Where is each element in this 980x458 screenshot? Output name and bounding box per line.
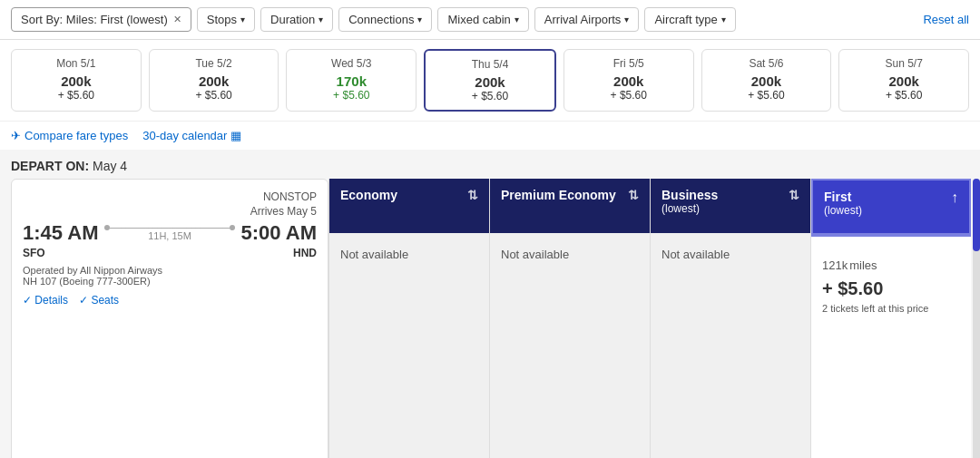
compare-label: Compare fare types [24,129,128,142]
date-miles: 200k [850,73,957,89]
first-body: 121kmiles + $5.60 2 tickets left at this… [811,237,971,458]
miles-unit: miles [849,258,877,272]
scrollbar-track[interactable] [973,179,980,458]
mixed-cabin-button[interactable]: Mixed cabin ▾ [437,7,528,32]
compare-fare-types-link[interactable]: ✈ Compare fare types [11,129,128,142]
arrival-airports-label: Arrival Airports [544,13,622,26]
details-chevron-icon: ✓ [23,294,32,307]
date-miles: 200k [161,73,268,89]
arrives-label: Arrives May 5 [23,205,317,218]
first-name: First (lowest) [824,190,862,217]
date-card-0[interactable]: Mon 5/1 200k + $5.60 [11,49,142,112]
calendar-icon: ▦ [230,129,241,142]
compare-icon: ✈ [11,129,21,142]
business-header: Business (lowest) ⇅ [651,179,810,233]
operator-name: Operated by All Nippon Airways [23,265,317,276]
premium-economy-body: Not available [490,233,650,458]
date-label: Mon 5/1 [23,57,130,70]
economy-body: Not available [329,233,489,458]
business-not-available: Not available [662,248,730,261]
duration-chevron-icon: ▾ [318,15,323,24]
economy-column: Economy ⇅ Not available [328,179,489,458]
details-label: Details [34,294,68,307]
depart-on-text: DEPART ON: [11,159,89,173]
business-column: Business (lowest) ⇅ Not available [650,179,810,458]
date-miles: 170k [298,73,405,89]
date-card-4[interactable]: Fri 5/5 200k + $5.60 [564,49,694,112]
flight-links: ✓ Details ✓ Seats [23,294,317,307]
date-price: + $5.60 [575,89,682,102]
sort-close-icon[interactable]: ✕ [173,14,181,25]
stops-button[interactable]: Stops ▾ [197,7,255,32]
date-card-6[interactable]: Sun 5/7 200k + $5.60 [838,49,969,112]
origin-code: SFO [23,247,45,259]
date-selector: Mon 5/1 200k + $5.60 Tue 5/2 200k + $5.6… [0,40,980,121]
first-class-label: First (O) [822,445,862,458]
filter-bar: Sort By: Miles: First (lowest) ✕ Stops ▾… [0,0,980,40]
details-link[interactable]: ✓ Details [23,294,68,307]
date-label: Thu 5/4 [436,58,544,71]
date-price: + $5.60 [298,89,405,102]
date-card-1[interactable]: Tue 5/2 200k + $5.60 [149,49,279,112]
aircraft-type-chevron-icon: ▾ [721,15,726,24]
first-column: First (lowest) ↑ 121kmiles + $5.60 2 tic… [810,179,971,458]
date-price: + $5.60 [850,89,957,102]
mixed-cabin-chevron-icon: ▾ [514,15,519,24]
stops-label: Stops [207,13,237,26]
seats-link[interactable]: ✓ Seats [79,294,119,307]
flight-number: NH 107 (Boeing 777-300ER) [23,276,317,287]
premium-economy-not-available: Not available [501,248,569,261]
mixed-cabin-label: Mixed cabin [447,13,510,26]
first-miles: 121kmiles [822,251,877,275]
date-miles: 200k [23,73,130,89]
results-section: NONSTOP Arrives May 5 1:45 AM 11H, 15M 5… [0,179,980,458]
first-tickets: 2 tickets left at this price [822,303,928,314]
arrival-time: 5:00 AM [240,221,317,245]
business-sort-icon[interactable]: ⇅ [789,188,799,202]
first-header: First (lowest) ↑ [811,179,971,233]
compare-row: ✈ Compare fare types 30-day calendar ▦ [0,121,980,150]
scrollbar-thumb[interactable] [973,179,980,251]
arrival-airports-chevron-icon: ▾ [624,15,629,24]
arrival-airports-button[interactable]: Arrival Airports ▾ [534,7,640,32]
economy-name: Economy [340,188,397,202]
seats-label: Seats [91,294,119,307]
sort-by-button[interactable]: Sort By: Miles: First (lowest) ✕ [11,7,191,32]
aircraft-type-label: Aircraft type [654,13,717,26]
calendar-link[interactable]: 30-day calendar ▦ [142,129,241,142]
seats-chevron-icon: ✓ [79,294,88,307]
flight-airports: SFO HND [23,247,317,259]
stops-chevron-icon: ▾ [240,15,245,24]
connections-button[interactable]: Connections ▾ [338,7,432,32]
sort-by-label: Sort By: Miles: First (lowest) [21,13,168,26]
date-card-5[interactable]: Sat 5/6 200k + $5.60 [701,49,832,112]
duration-block: 11H, 15M [99,225,241,241]
date-label: Sun 5/7 [850,57,957,70]
cabin-columns: Economy ⇅ Not available Premium Economy … [328,179,971,458]
duration-text: 11H, 15M [148,230,191,241]
date-miles: 200k [436,74,544,90]
aircraft-type-button[interactable]: Aircraft type ▾ [644,7,735,32]
duration-dash [110,228,230,229]
duration-label: Duration [270,13,315,26]
date-label: Fri 5/5 [575,57,682,70]
premium-economy-sort-icon[interactable]: ⇅ [628,188,639,202]
depart-time: 1:45 AM [23,221,99,245]
first-sort-icon[interactable]: ↑ [951,190,958,206]
flight-times: 1:45 AM 11H, 15M 5:00 AM [23,221,317,245]
date-card-3[interactable]: Thu 5/4 200k + $5.60 [424,49,556,112]
date-card-2[interactable]: Wed 5/3 170k + $5.60 [286,49,416,112]
duration-button[interactable]: Duration ▾ [260,7,333,32]
premium-economy-column: Premium Economy ⇅ Not available [489,179,650,458]
business-body: Not available [651,233,810,458]
economy-sort-icon[interactable]: ⇅ [467,188,478,202]
date-label: Wed 5/3 [298,57,405,70]
economy-header: Economy ⇅ [329,179,489,233]
destination-code: HND [293,247,317,259]
date-price: + $5.60 [161,89,268,102]
reset-all-link[interactable]: Reset all [923,13,969,26]
nonstop-label: NONSTOP [23,190,317,203]
premium-economy-name: Premium Economy [501,188,616,202]
duration-dot-right [230,225,235,230]
connections-label: Connections [348,13,414,26]
